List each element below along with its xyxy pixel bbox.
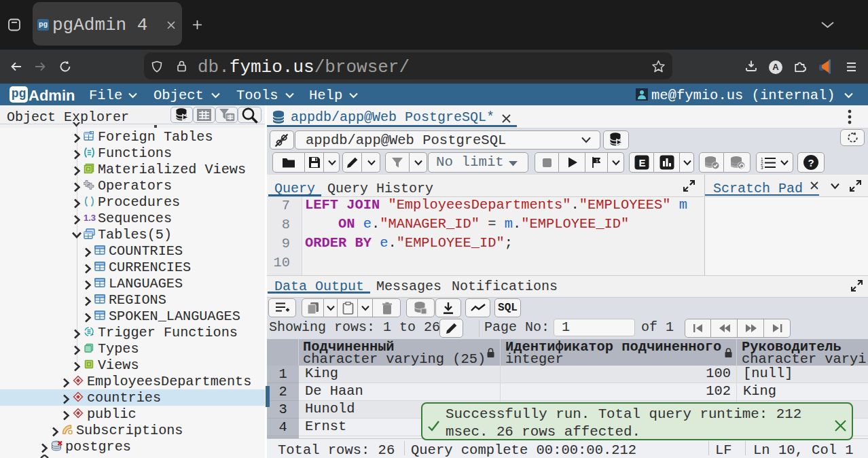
svg-text:?: ? <box>808 157 814 169</box>
svg-text:E: E <box>638 157 645 169</box>
svg-text:1: 1 <box>596 158 598 163</box>
svg-text:3: 3 <box>761 165 763 169</box>
svg-text:1.3: 1.3 <box>84 213 96 223</box>
